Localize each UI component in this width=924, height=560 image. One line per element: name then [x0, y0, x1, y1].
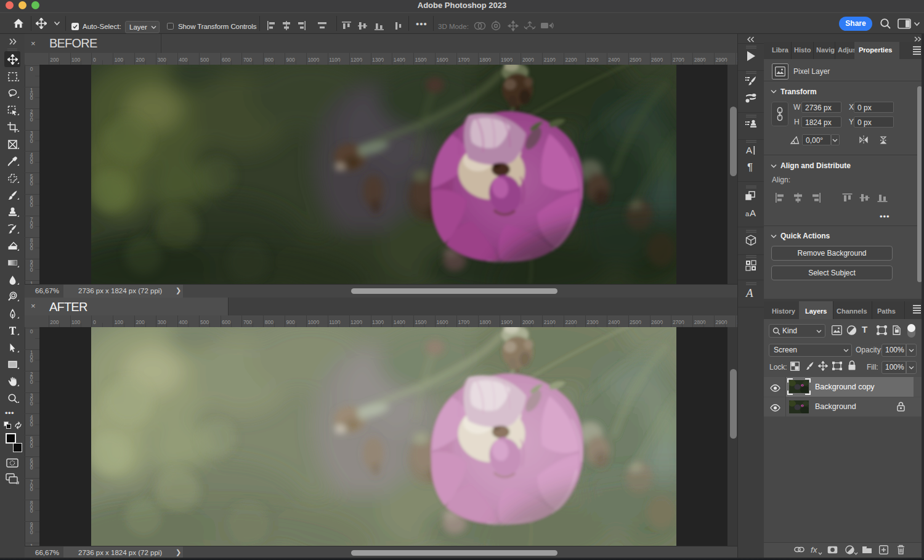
- svg-text:A: A: [745, 286, 753, 299]
- svg-text:A: A: [750, 208, 756, 218]
- svg-text:a: a: [745, 210, 750, 217]
- svg-text:A: A: [746, 145, 752, 155]
- svg-text:¶: ¶: [747, 161, 753, 173]
